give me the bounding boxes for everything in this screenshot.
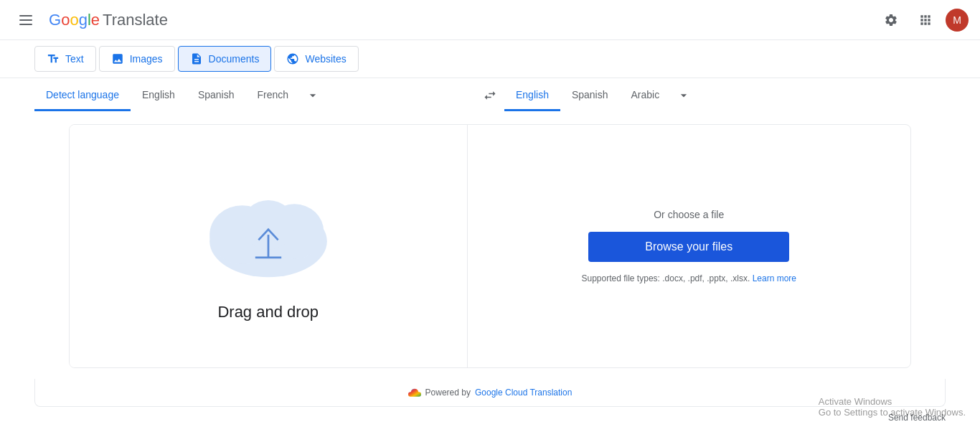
or-choose-text: Or choose a file [654, 209, 724, 220]
gear-icon [884, 13, 898, 27]
header-right: M [877, 6, 969, 34]
source-lang-spanish[interactable]: Spanish [187, 80, 246, 111]
main-area-wrapper: Drag and drop Or choose a file Browse yo… [34, 124, 946, 407]
swap-icon [483, 88, 497, 103]
chevron-down-icon [306, 88, 320, 103]
source-lang-english[interactable]: English [131, 80, 187, 111]
swap-languages-button[interactable] [476, 81, 504, 110]
powered-link[interactable]: Google Cloud Translation [475, 388, 572, 398]
logo[interactable]: Google Translate [49, 11, 168, 29]
cloud-upload-icon [197, 171, 340, 286]
language-bar: Detect language English Spanish French E… [0, 78, 980, 113]
settings-button[interactable] [877, 6, 905, 34]
avatar[interactable]: M [946, 9, 969, 32]
target-lang-more-button[interactable] [671, 83, 697, 108]
text-icon [47, 52, 60, 65]
google-logo-text: Google [49, 11, 100, 29]
powered-by-text: Powered by [425, 388, 471, 398]
tab-documents[interactable]: Documents [178, 46, 272, 72]
source-lang-detect[interactable]: Detect language [34, 80, 131, 111]
translate-logo-text: Translate [103, 11, 168, 29]
gcloud-icon [408, 386, 421, 399]
hamburger-icon [14, 9, 38, 31]
drop-zone[interactable]: Drag and drop [70, 125, 468, 367]
supported-types-text: Supported file types: .docx, .pdf, .pptx… [581, 273, 796, 283]
learn-more-link[interactable]: Learn more [753, 273, 796, 283]
source-lang-french[interactable]: French [245, 80, 300, 111]
target-lang-panel: English Spanish Arabic [504, 80, 946, 111]
target-lang-english[interactable]: English [504, 80, 560, 111]
right-panel: Or choose a file Browse your files Suppo… [468, 125, 911, 367]
tab-images[interactable]: Images [99, 46, 175, 72]
target-lang-spanish[interactable]: Spanish [560, 80, 620, 111]
drag-drop-label: Drag and drop [217, 303, 319, 321]
source-lang-panel: Detect language English Spanish French [34, 80, 476, 111]
tab-text[interactable]: Text [34, 46, 96, 72]
header-left: Google Translate [11, 6, 168, 34]
header: Google Translate M [0, 0, 980, 40]
chevron-down-icon [677, 88, 691, 103]
target-lang-arabic[interactable]: Arabic [620, 80, 672, 111]
document-icon [190, 52, 203, 65]
main-area: Drag and drop Or choose a file Browse yo… [69, 124, 911, 368]
source-lang-more-button[interactable] [300, 83, 326, 108]
image-icon [111, 52, 124, 65]
apps-icon [918, 13, 933, 27]
browse-files-button[interactable]: Browse your files [588, 232, 789, 262]
tabs-row: Text Images Documents Websites [0, 40, 980, 78]
powered-by-bar: Powered by Google Cloud Translation [34, 379, 946, 407]
menu-button[interactable] [11, 6, 40, 34]
globe-icon [286, 52, 299, 65]
tab-websites[interactable]: Websites [274, 46, 358, 72]
activate-windows-notice: Activate Windows Go to Settings to activ… [819, 396, 966, 418]
apps-button[interactable] [911, 6, 940, 34]
